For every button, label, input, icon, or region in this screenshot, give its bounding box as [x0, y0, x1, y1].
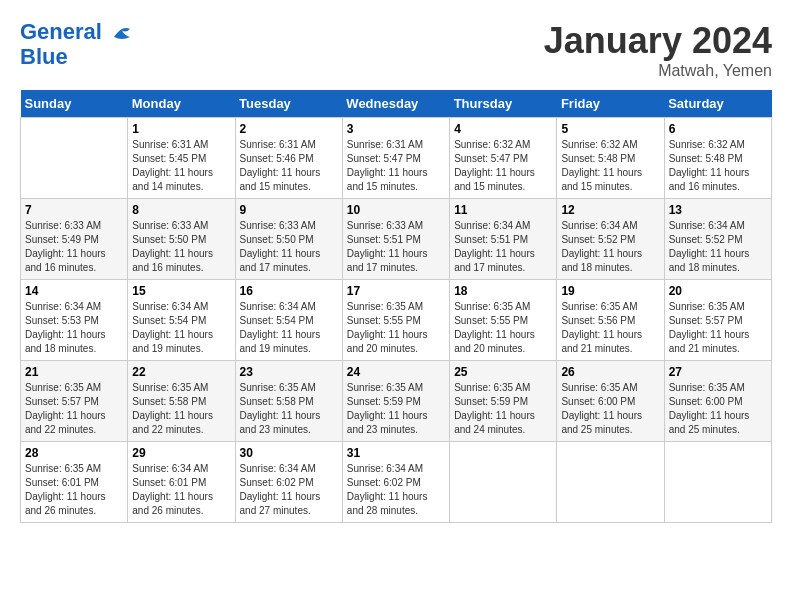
day-cell: 16 Sunrise: 6:34 AM Sunset: 5:54 PM Dayl…	[235, 280, 342, 361]
week-row-2: 7 Sunrise: 6:33 AM Sunset: 5:49 PM Dayli…	[21, 199, 772, 280]
day-number: 28	[25, 446, 123, 460]
day-cell: 3 Sunrise: 6:31 AM Sunset: 5:47 PM Dayli…	[342, 118, 449, 199]
day-cell: 12 Sunrise: 6:34 AM Sunset: 5:52 PM Dayl…	[557, 199, 664, 280]
day-cell: 4 Sunrise: 6:32 AM Sunset: 5:47 PM Dayli…	[450, 118, 557, 199]
calendar-table: SundayMondayTuesdayWednesdayThursdayFrid…	[20, 90, 772, 523]
day-info: Sunrise: 6:35 AM Sunset: 6:00 PM Dayligh…	[561, 381, 659, 437]
day-cell: 9 Sunrise: 6:33 AM Sunset: 5:50 PM Dayli…	[235, 199, 342, 280]
day-info: Sunrise: 6:34 AM Sunset: 6:01 PM Dayligh…	[132, 462, 230, 518]
day-info: Sunrise: 6:35 AM Sunset: 5:55 PM Dayligh…	[454, 300, 552, 356]
day-number: 4	[454, 122, 552, 136]
day-cell: 6 Sunrise: 6:32 AM Sunset: 5:48 PM Dayli…	[664, 118, 771, 199]
day-info: Sunrise: 6:32 AM Sunset: 5:48 PM Dayligh…	[561, 138, 659, 194]
day-info: Sunrise: 6:33 AM Sunset: 5:49 PM Dayligh…	[25, 219, 123, 275]
day-number: 19	[561, 284, 659, 298]
day-info: Sunrise: 6:35 AM Sunset: 5:59 PM Dayligh…	[454, 381, 552, 437]
day-info: Sunrise: 6:35 AM Sunset: 5:58 PM Dayligh…	[240, 381, 338, 437]
day-number: 26	[561, 365, 659, 379]
day-number: 18	[454, 284, 552, 298]
day-info: Sunrise: 6:34 AM Sunset: 5:53 PM Dayligh…	[25, 300, 123, 356]
day-number: 8	[132, 203, 230, 217]
day-cell: 27 Sunrise: 6:35 AM Sunset: 6:00 PM Dayl…	[664, 361, 771, 442]
month-title: January 2024	[544, 20, 772, 62]
day-number: 29	[132, 446, 230, 460]
day-info: Sunrise: 6:34 AM Sunset: 6:02 PM Dayligh…	[347, 462, 445, 518]
day-number: 27	[669, 365, 767, 379]
day-number: 7	[25, 203, 123, 217]
day-info: Sunrise: 6:35 AM Sunset: 5:58 PM Dayligh…	[132, 381, 230, 437]
day-cell: 21 Sunrise: 6:35 AM Sunset: 5:57 PM Dayl…	[21, 361, 128, 442]
day-info: Sunrise: 6:34 AM Sunset: 5:54 PM Dayligh…	[132, 300, 230, 356]
day-number: 30	[240, 446, 338, 460]
day-number: 6	[669, 122, 767, 136]
day-number: 21	[25, 365, 123, 379]
day-number: 2	[240, 122, 338, 136]
day-info: Sunrise: 6:32 AM Sunset: 5:47 PM Dayligh…	[454, 138, 552, 194]
day-number: 17	[347, 284, 445, 298]
day-number: 25	[454, 365, 552, 379]
day-cell: 2 Sunrise: 6:31 AM Sunset: 5:46 PM Dayli…	[235, 118, 342, 199]
week-row-3: 14 Sunrise: 6:34 AM Sunset: 5:53 PM Dayl…	[21, 280, 772, 361]
header-row: SundayMondayTuesdayWednesdayThursdayFrid…	[21, 90, 772, 118]
day-cell: 15 Sunrise: 6:34 AM Sunset: 5:54 PM Dayl…	[128, 280, 235, 361]
day-number: 16	[240, 284, 338, 298]
page-header: General Blue January 2024 Matwah, Yemen	[20, 20, 772, 80]
day-number: 14	[25, 284, 123, 298]
day-cell: 30 Sunrise: 6:34 AM Sunset: 6:02 PM Dayl…	[235, 442, 342, 523]
day-info: Sunrise: 6:31 AM Sunset: 5:47 PM Dayligh…	[347, 138, 445, 194]
day-cell: 23 Sunrise: 6:35 AM Sunset: 5:58 PM Dayl…	[235, 361, 342, 442]
day-number: 23	[240, 365, 338, 379]
day-cell: 14 Sunrise: 6:34 AM Sunset: 5:53 PM Dayl…	[21, 280, 128, 361]
day-info: Sunrise: 6:33 AM Sunset: 5:50 PM Dayligh…	[240, 219, 338, 275]
day-cell: 5 Sunrise: 6:32 AM Sunset: 5:48 PM Dayli…	[557, 118, 664, 199]
weekday-header-saturday: Saturday	[664, 90, 771, 118]
day-info: Sunrise: 6:33 AM Sunset: 5:50 PM Dayligh…	[132, 219, 230, 275]
day-cell: 31 Sunrise: 6:34 AM Sunset: 6:02 PM Dayl…	[342, 442, 449, 523]
day-number: 20	[669, 284, 767, 298]
day-info: Sunrise: 6:35 AM Sunset: 6:01 PM Dayligh…	[25, 462, 123, 518]
day-cell: 22 Sunrise: 6:35 AM Sunset: 5:58 PM Dayl…	[128, 361, 235, 442]
day-number: 5	[561, 122, 659, 136]
location: Matwah, Yemen	[544, 62, 772, 80]
day-cell: 20 Sunrise: 6:35 AM Sunset: 5:57 PM Dayl…	[664, 280, 771, 361]
week-row-4: 21 Sunrise: 6:35 AM Sunset: 5:57 PM Dayl…	[21, 361, 772, 442]
day-info: Sunrise: 6:34 AM Sunset: 6:02 PM Dayligh…	[240, 462, 338, 518]
day-number: 10	[347, 203, 445, 217]
day-number: 12	[561, 203, 659, 217]
day-cell: 11 Sunrise: 6:34 AM Sunset: 5:51 PM Dayl…	[450, 199, 557, 280]
week-row-5: 28 Sunrise: 6:35 AM Sunset: 6:01 PM Dayl…	[21, 442, 772, 523]
day-cell: 8 Sunrise: 6:33 AM Sunset: 5:50 PM Dayli…	[128, 199, 235, 280]
day-cell: 7 Sunrise: 6:33 AM Sunset: 5:49 PM Dayli…	[21, 199, 128, 280]
day-cell	[664, 442, 771, 523]
day-number: 15	[132, 284, 230, 298]
day-number: 13	[669, 203, 767, 217]
day-number: 31	[347, 446, 445, 460]
day-cell: 13 Sunrise: 6:34 AM Sunset: 5:52 PM Dayl…	[664, 199, 771, 280]
week-row-1: 1 Sunrise: 6:31 AM Sunset: 5:45 PM Dayli…	[21, 118, 772, 199]
day-info: Sunrise: 6:33 AM Sunset: 5:51 PM Dayligh…	[347, 219, 445, 275]
day-info: Sunrise: 6:34 AM Sunset: 5:52 PM Dayligh…	[561, 219, 659, 275]
day-info: Sunrise: 6:34 AM Sunset: 5:54 PM Dayligh…	[240, 300, 338, 356]
day-info: Sunrise: 6:35 AM Sunset: 5:55 PM Dayligh…	[347, 300, 445, 356]
day-cell	[21, 118, 128, 199]
title-block: January 2024 Matwah, Yemen	[544, 20, 772, 80]
day-cell: 29 Sunrise: 6:34 AM Sunset: 6:01 PM Dayl…	[128, 442, 235, 523]
logo: General Blue	[20, 20, 134, 69]
day-number: 24	[347, 365, 445, 379]
day-number: 1	[132, 122, 230, 136]
weekday-header-thursday: Thursday	[450, 90, 557, 118]
weekday-header-tuesday: Tuesday	[235, 90, 342, 118]
day-cell: 1 Sunrise: 6:31 AM Sunset: 5:45 PM Dayli…	[128, 118, 235, 199]
day-cell	[557, 442, 664, 523]
day-number: 3	[347, 122, 445, 136]
weekday-header-wednesday: Wednesday	[342, 90, 449, 118]
day-info: Sunrise: 6:34 AM Sunset: 5:52 PM Dayligh…	[669, 219, 767, 275]
weekday-header-friday: Friday	[557, 90, 664, 118]
day-cell	[450, 442, 557, 523]
day-number: 11	[454, 203, 552, 217]
day-info: Sunrise: 6:35 AM Sunset: 5:59 PM Dayligh…	[347, 381, 445, 437]
day-info: Sunrise: 6:35 AM Sunset: 6:00 PM Dayligh…	[669, 381, 767, 437]
day-number: 9	[240, 203, 338, 217]
logo-text: General Blue	[20, 20, 134, 69]
day-cell: 10 Sunrise: 6:33 AM Sunset: 5:51 PM Dayl…	[342, 199, 449, 280]
